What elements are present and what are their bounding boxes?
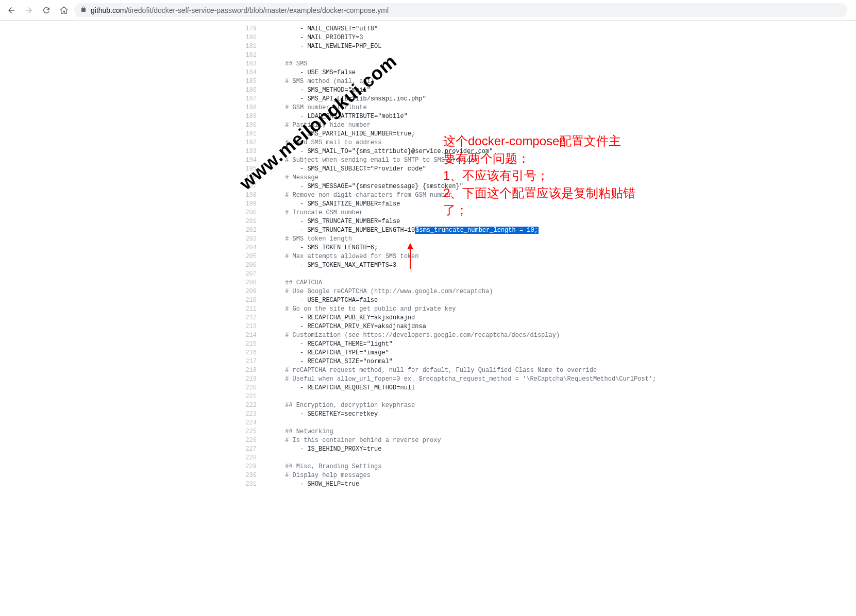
code-cell[interactable]: # Customization (see https://developers.… xyxy=(263,331,560,340)
line-number[interactable]: 226 xyxy=(242,436,263,445)
line-number[interactable]: 193 xyxy=(242,147,263,156)
line-number[interactable]: 225 xyxy=(242,427,263,436)
code-cell[interactable]: ## CAPTCHA xyxy=(263,279,322,287)
code-cell[interactable]: # Send SMS mail to address xyxy=(263,139,381,147)
line-number[interactable]: 203 xyxy=(242,235,263,244)
line-number[interactable]: 197 xyxy=(242,182,263,191)
line-number[interactable]: 227 xyxy=(242,445,263,454)
line-number[interactable]: 211 xyxy=(242,305,263,314)
line-number[interactable]: 223 xyxy=(242,410,263,419)
code-cell[interactable]: # Useful when allow_url_fopen=0 ex. $rec… xyxy=(263,375,656,384)
code-cell[interactable]: - SMS_TOKEN_LENGTH=6; xyxy=(263,244,378,252)
code-cell[interactable]: # reCAPTCHA request method, null for def… xyxy=(263,366,597,375)
line-number[interactable]: 214 xyxy=(242,331,263,340)
line-number[interactable]: 228 xyxy=(242,454,263,463)
code-cell[interactable]: - RECAPTCHA_TYPE="image" xyxy=(263,349,389,357)
code-cell[interactable]: - RECAPTCHA_PRIV_KEY=aksdjnakjdnsa xyxy=(263,322,426,331)
line-number[interactable]: 229 xyxy=(242,463,263,471)
code-cell[interactable]: - SMS_TRUNCATE_NUMBER=false xyxy=(263,217,400,226)
line-number[interactable]: 181 xyxy=(242,42,263,51)
line-number[interactable]: 179 xyxy=(242,25,263,33)
code-cell[interactable]: # Use Google reCAPTCHA (http://www.googl… xyxy=(263,287,493,296)
code-cell[interactable]: ## SMS xyxy=(263,60,307,69)
line-number[interactable]: 199 xyxy=(242,200,263,209)
code-cell[interactable]: # Display help messages xyxy=(263,471,371,480)
line-number[interactable]: 224 xyxy=(242,419,263,427)
code-cell[interactable]: - SMS_SANITIZE_NUMBER=false xyxy=(263,200,400,209)
code-cell[interactable]: - USE_RECAPTCHA=false xyxy=(263,296,378,305)
line-number[interactable]: 207 xyxy=(242,270,263,279)
code-container[interactable]: 179 - MAIL_CHARSET="utf8"180 - MAIL_PRIO… xyxy=(242,25,856,489)
line-number[interactable]: 194 xyxy=(242,156,263,165)
code-cell[interactable]: - RECAPTCHA_SIZE="normal" xyxy=(263,357,393,366)
code-cell[interactable]: # GSM number attribute xyxy=(263,104,367,112)
line-number[interactable]: 208 xyxy=(242,279,263,287)
line-number[interactable]: 219 xyxy=(242,375,263,384)
line-number[interactable]: 187 xyxy=(242,95,263,104)
code-cell[interactable]: # Go on the site to get public and priva… xyxy=(263,305,456,314)
line-number[interactable]: 184 xyxy=(242,69,263,77)
line-number[interactable]: 213 xyxy=(242,322,263,331)
code-cell[interactable]: - SMS_METHOD="mail" xyxy=(263,86,371,95)
line-number[interactable]: 189 xyxy=(242,112,263,121)
line-number[interactable]: 185 xyxy=(242,77,263,86)
code-cell[interactable]: # Is this container behind a reverse pro… xyxy=(263,436,441,445)
code-cell[interactable]: - RECAPTCHA_THEME="light" xyxy=(263,340,393,349)
line-number[interactable]: 186 xyxy=(242,86,263,95)
code-cell[interactable]: - SECRETKEY=secretkey xyxy=(263,410,378,419)
line-number[interactable]: 218 xyxy=(242,366,263,375)
line-number[interactable]: 192 xyxy=(242,139,263,147)
code-cell[interactable]: # Remove non digit characters from GSM n… xyxy=(263,191,452,200)
code-cell[interactable]: # Truncate GSM number xyxy=(263,209,363,217)
code-cell[interactable]: - SMS_PARTIAL_HIDE_NUMBER=true; xyxy=(263,130,415,139)
line-number[interactable]: 222 xyxy=(242,401,263,410)
code-cell[interactable]: ## Misc, Branding Settings xyxy=(263,463,381,471)
code-cell[interactable]: - LDAP_SMS_ATTRIBUTE="mobile" xyxy=(263,112,408,121)
line-number[interactable]: 220 xyxy=(242,384,263,392)
reload-button[interactable] xyxy=(39,3,54,18)
code-cell[interactable]: - USE_SMS=false xyxy=(263,69,356,77)
code-cell[interactable]: # Message xyxy=(263,174,318,182)
code-cell[interactable]: - MAIL_PRIORITY=3 xyxy=(263,33,363,42)
code-cell[interactable]: - RECAPTCHA_PUB_KEY=akjsdnkajnd xyxy=(263,314,415,322)
line-number[interactable]: 198 xyxy=(242,191,263,200)
line-number[interactable]: 230 xyxy=(242,471,263,480)
code-cell[interactable]: # SMS token length xyxy=(263,235,352,244)
line-number[interactable]: 231 xyxy=(242,480,263,489)
code-cell[interactable]: ## Networking xyxy=(263,427,333,436)
line-number[interactable]: 216 xyxy=(242,349,263,357)
code-cell[interactable]: - RECAPTCHA_REQUEST_METHOD=null xyxy=(263,384,415,392)
line-number[interactable]: 209 xyxy=(242,287,263,296)
line-number[interactable]: 205 xyxy=(242,252,263,261)
address-bar[interactable]: github.com/tiredofit/docker-self-service… xyxy=(74,3,847,18)
code-cell[interactable]: # Partially hide number xyxy=(263,121,371,130)
code-cell[interactable]: - SMS_MAIL_SUBJECT="Provider code" xyxy=(263,165,426,174)
code-cell[interactable]: # SMS method (mail, api) xyxy=(263,77,374,86)
forward-button[interactable] xyxy=(22,3,36,18)
line-number[interactable]: 190 xyxy=(242,121,263,130)
line-number[interactable]: 201 xyxy=(242,217,263,226)
code-cell[interactable]: - MAIL_NEWLINE=PHP_EOL xyxy=(263,42,381,51)
line-number[interactable]: 196 xyxy=(242,174,263,182)
code-cell[interactable]: - SHOW_HELP=true xyxy=(263,480,359,489)
back-button[interactable] xyxy=(4,3,19,18)
home-button[interactable] xyxy=(57,3,71,18)
line-number[interactable]: 210 xyxy=(242,296,263,305)
line-number[interactable]: 221 xyxy=(242,392,263,401)
code-cell[interactable]: - SMS_TOKEN_MAX_ATTEMPTS=3 xyxy=(263,261,396,270)
code-cell[interactable]: - SMS_API_LIB="lib/smsapi.inc.php" xyxy=(263,95,426,104)
code-cell[interactable]: - MAIL_CHARSET="utf8" xyxy=(263,25,378,33)
line-number[interactable]: 188 xyxy=(242,104,263,112)
line-number[interactable]: 195 xyxy=(242,165,263,174)
line-number[interactable]: 202 xyxy=(242,226,263,235)
code-cell[interactable]: ## Encryption, decryption keyphrase xyxy=(263,401,415,410)
line-number[interactable]: 217 xyxy=(242,357,263,366)
line-number[interactable]: 183 xyxy=(242,60,263,69)
code-cell[interactable]: - SMS_TRUNCATE_NUMBER_LENGTH=10$sms_trun… xyxy=(263,226,539,235)
line-number[interactable]: 182 xyxy=(242,51,263,60)
line-number[interactable]: 215 xyxy=(242,340,263,349)
line-number[interactable]: 200 xyxy=(242,209,263,217)
code-cell[interactable]: # Max attempts allowed for SMS token xyxy=(263,252,418,261)
line-number[interactable]: 204 xyxy=(242,244,263,252)
line-number[interactable]: 212 xyxy=(242,314,263,322)
